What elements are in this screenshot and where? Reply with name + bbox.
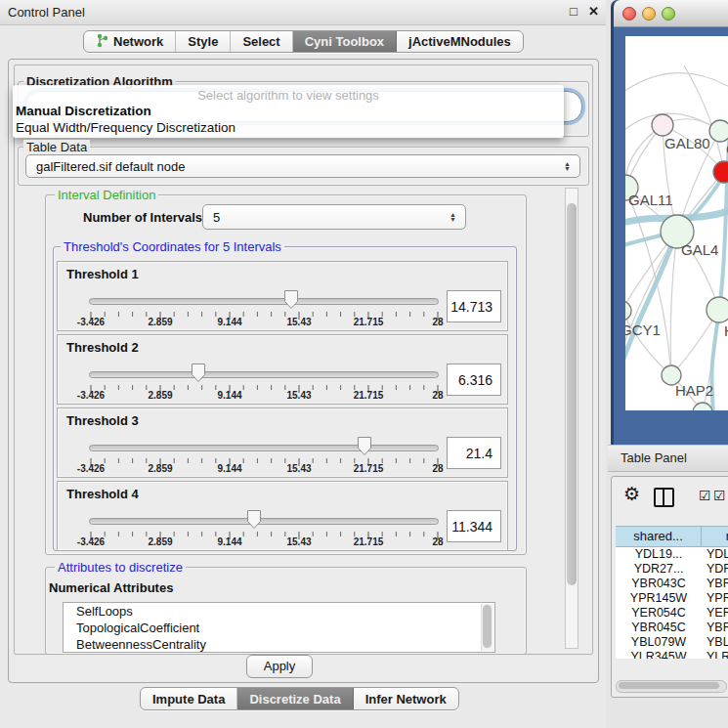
tab-impute-data[interactable]: Impute Data — [141, 688, 237, 709]
tab-style[interactable]: Style — [176, 31, 231, 52]
table-data-combobox[interactable]: galFiltered.sif default node ▲▼ — [25, 154, 580, 178]
attribute-list-item[interactable]: BetweennessCentrality — [64, 636, 494, 653]
number-of-intervals-combobox[interactable]: 5 ▲▼ — [202, 204, 466, 230]
table-cell: YBR045C — [616, 621, 702, 635]
slider-thumb[interactable] — [191, 363, 206, 383]
svg-text:H: H — [724, 322, 728, 339]
tab-label: Style — [188, 34, 218, 49]
table-cell: YPR1 — [702, 591, 728, 606]
tab-select[interactable]: Select — [231, 31, 292, 52]
tick-label: -3.426 — [65, 463, 116, 474]
svg-text:GAL4: GAL4 — [681, 241, 718, 258]
tab-discretize-data[interactable]: Discretize Data — [237, 688, 353, 709]
numerical-attributes-list[interactable]: SelfLoopsTopologicalCoefficientBetweenne… — [63, 602, 495, 653]
screen: Control Panel □ ✕ NetworkStyleSelectCyni… — [0, 0, 728, 728]
thresholds-group-title: Threshold's Coordinates for 5 Intervals — [61, 239, 284, 254]
table-row[interactable]: YDL19...YDL1 — [616, 547, 728, 562]
close-panel-icon[interactable]: ✕ — [588, 4, 599, 19]
table-cell: YBR0 — [702, 577, 728, 591]
threshold-value-field[interactable]: 6.316 — [447, 364, 501, 396]
table-cell: YBR043C — [616, 577, 702, 591]
list-scrollbar[interactable] — [481, 604, 493, 651]
table-cell: YBL079W — [616, 635, 702, 650]
network-icon — [96, 33, 113, 51]
scrollbar-thumb[interactable] — [619, 682, 719, 689]
threshold-value-field[interactable]: 21.4 — [447, 437, 501, 469]
scrollbar-thumb[interactable] — [567, 203, 577, 585]
table-row[interactable]: YBR043CYBR0 — [616, 577, 728, 591]
slider-rail[interactable] — [89, 445, 439, 451]
table-cell: YDR27... — [616, 562, 702, 577]
split-view-icon[interactable] — [654, 488, 674, 507]
column-header[interactable]: shared... — [616, 527, 702, 546]
table-horizontal-scrollbar[interactable] — [616, 680, 727, 693]
table-row[interactable]: YBR045CYBR0 — [616, 621, 728, 635]
table-cell: YDL1 — [702, 547, 728, 562]
tab-label: Discretize Data — [249, 692, 340, 707]
threshold-value-field[interactable]: 11.344 — [447, 510, 501, 542]
slider-rail[interactable] — [89, 298, 439, 305]
table-panel-body: ⚙ ☑ ☑ shared...naYDL19...YDL1YDR27...YDR… — [611, 476, 728, 698]
float-window-icon[interactable]: □ — [570, 4, 578, 19]
slider-thumb[interactable] — [246, 509, 262, 530]
zoom-traffic-light-icon[interactable] — [662, 7, 675, 21]
interval-definition-title: Interval Definition — [55, 188, 158, 202]
table-cell: YPR145W — [616, 591, 702, 606]
control-panel-titlebar: Control Panel □ ✕ — [0, 0, 606, 25]
close-traffic-light-icon[interactable] — [622, 7, 636, 21]
control-panel: Control Panel □ ✕ NetworkStyleSelectCyni… — [0, 0, 606, 728]
attribute-list-item[interactable]: SelfLoops — [64, 603, 494, 620]
tick-label: 2.859 — [135, 317, 186, 327]
minimize-traffic-light-icon[interactable] — [642, 7, 656, 21]
network-window-titlebar — [614, 0, 728, 27]
attribute-list-item[interactable]: TopologicalCoefficient — [64, 620, 494, 636]
tick-label: 9.144 — [204, 463, 255, 474]
gear-icon[interactable]: ⚙ — [623, 483, 640, 505]
threshold-label: Threshold 4 — [66, 487, 139, 501]
tick-label: 21.715 — [343, 390, 394, 401]
table-cell: YDL19... — [616, 547, 702, 562]
slider-rail[interactable] — [89, 371, 439, 378]
tab-label: Cyni Toolbox — [305, 34, 384, 49]
top-tab-bar: NetworkStyleSelectCyni ToolboxjActiveMNo… — [83, 30, 524, 53]
threshold-label: Threshold 2 — [66, 340, 139, 355]
tab-cyni-toolbox[interactable]: Cyni Toolbox — [293, 31, 397, 52]
tick-label: 9.144 — [204, 390, 255, 401]
network-canvas[interactable]: GAL80GACGAL11GAL4GCY1HHAP2 — [625, 36, 728, 410]
tick-label: 21.715 — [343, 317, 394, 327]
tick-label: 15.43 — [274, 317, 324, 327]
tab-label: Impute Data — [152, 692, 225, 707]
checkbox-icon[interactable]: ☑ — [713, 488, 726, 503]
table-row[interactable]: YPR145WYPR1 — [616, 591, 728, 606]
threshold-box: Threshold 2-3.4262.8599.14415.4321.71528… — [57, 334, 508, 405]
popup-option-manual[interactable]: Manual Discretization — [16, 104, 151, 118]
slider-thumb[interactable] — [283, 289, 299, 310]
tick-label: 2.859 — [135, 463, 186, 474]
tick-label: 2.859 — [135, 390, 186, 401]
tick-label: 9.144 — [204, 317, 255, 327]
column-header[interactable]: na — [702, 527, 728, 546]
tab-network[interactable]: Network — [84, 31, 176, 52]
checkbox-icon[interactable]: ☑ — [699, 488, 711, 503]
scrollbar-thumb[interactable] — [483, 605, 492, 648]
slider-rail[interactable] — [89, 518, 439, 525]
bottom-tab-bar: Impute DataDiscretize DataInfer Network — [140, 687, 459, 710]
tab-infer-network[interactable]: Infer Network — [354, 688, 458, 709]
table-row[interactable]: YLR345WYLR3 — [616, 650, 728, 659]
slider-thumb[interactable] — [357, 436, 372, 456]
panel-vertical-scrollbar[interactable] — [565, 188, 578, 649]
popup-option-equal-width[interactable]: Equal Width/Frequency Discretization — [16, 120, 236, 135]
network-view-window: GAL80GACGAL11GAL4GCY1HHAP2 — [611, 0, 728, 445]
tab-label: Infer Network — [365, 692, 447, 707]
threshold-box: Threshold 4-3.4262.8599.14415.4321.71528… — [57, 481, 508, 551]
table-panel-title: Table Panel — [621, 450, 687, 465]
threshold-label: Threshold 3 — [66, 413, 139, 428]
tab-jactivemnodules[interactable]: jActiveMNodules — [397, 31, 523, 52]
table-row[interactable]: YBL079WYBL0 — [616, 635, 728, 650]
table-header-row: shared...na — [616, 526, 728, 547]
table-row[interactable]: YDR27...YDR2 — [616, 562, 728, 577]
table-row[interactable]: YER054CYER0 — [616, 606, 728, 621]
threshold-value-field[interactable]: 14.713 — [447, 290, 501, 322]
apply-button[interactable]: Apply — [246, 655, 313, 678]
tick-label: 21.715 — [343, 463, 394, 474]
